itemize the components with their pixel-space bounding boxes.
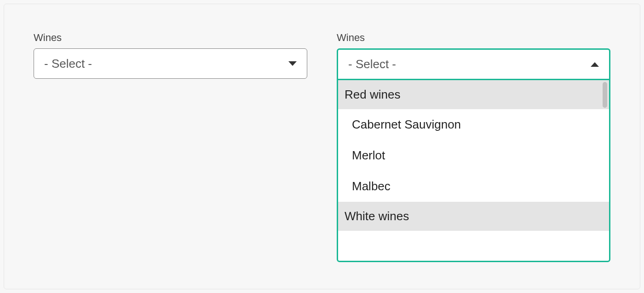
select-placeholder-open: - Select - bbox=[348, 57, 396, 71]
field-label-right: Wines bbox=[337, 32, 610, 44]
wines-select-closed[interactable]: - Select - bbox=[34, 48, 307, 79]
option-group-white: White wines bbox=[338, 202, 609, 231]
demo-panel: Wines - Select - Wines - Select - Red wi… bbox=[4, 4, 640, 289]
option-cabernet-sauvignon[interactable]: Cabernet Sauvignon bbox=[338, 109, 609, 140]
option-malbec[interactable]: Malbec bbox=[338, 171, 609, 202]
field-group-right: Wines - Select - Red wines Cabernet Sauv… bbox=[337, 32, 610, 261]
options-list[interactable]: Red wines Cabernet Sauvignon Merlot Malb… bbox=[338, 80, 609, 261]
field-label-left: Wines bbox=[34, 32, 307, 44]
wines-select-open: - Select - Red wines Cabernet Sauvignon … bbox=[337, 48, 610, 262]
option-merlot[interactable]: Merlot bbox=[338, 140, 609, 171]
option-group-red: Red wines bbox=[338, 80, 609, 109]
field-group-left: Wines - Select - bbox=[34, 32, 307, 261]
caret-down-icon bbox=[288, 61, 297, 66]
select-wrapper-open: - Select - Red wines Cabernet Sauvignon … bbox=[337, 48, 610, 262]
select-placeholder-closed: - Select - bbox=[44, 57, 92, 71]
caret-up-icon bbox=[591, 62, 599, 67]
select-open-header[interactable]: - Select - bbox=[338, 50, 609, 80]
select-wrapper-closed: - Select - bbox=[34, 48, 307, 79]
scrollbar-thumb[interactable] bbox=[603, 82, 607, 108]
